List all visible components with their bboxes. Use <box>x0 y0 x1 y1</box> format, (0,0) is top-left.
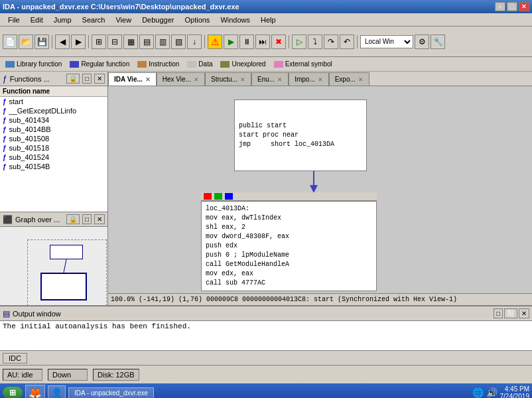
taskbar-photo[interactable]: 👤 <box>48 385 66 398</box>
tab-structures[interactable]: Structu... ✕ <box>205 72 251 86</box>
graph-float-button[interactable]: □ <box>82 214 92 224</box>
maximize-button[interactable]: □ <box>507 2 517 11</box>
func-icon-start: ƒ <box>3 98 7 105</box>
mode-status: Down <box>48 369 88 381</box>
step-out[interactable]: ↶ <box>340 34 354 49</box>
tab-imports-close[interactable]: ✕ <box>318 76 323 83</box>
tab-hex-view[interactable]: Hex Vie... ✕ <box>157 72 205 86</box>
step-button[interactable]: ⏭ <box>255 34 270 49</box>
taskbar-network-icon[interactable]: 🌐 <box>472 387 484 398</box>
func-item-sub40154B[interactable]: ƒ sub_40154B <box>0 162 107 171</box>
functions-lock-button[interactable]: 🔒 <box>66 74 80 84</box>
taskbar-firefox[interactable]: 🦊 <box>25 385 45 399</box>
back-button[interactable]: ◀ <box>55 34 70 49</box>
taskbar-volume-icon[interactable]: 🔊 <box>486 387 498 398</box>
toolbar-btn6[interactable]: ▤ <box>139 34 154 49</box>
functions-column-header: Function name <box>0 86 107 97</box>
functions-float-button[interactable]: □ <box>82 74 92 84</box>
local-win-combo[interactable]: Local Win <box>360 35 413 48</box>
loc-call-sub: call sub 4777AC <box>206 279 372 288</box>
toolbar-btn7[interactable]: ▥ <box>155 34 170 49</box>
loc-call-getmodule: call GetModuleHandleA <box>206 260 372 269</box>
title-text: IDA - unpacked_dxvr.exe C:\Users\win7\De… <box>3 3 239 11</box>
func-item-getexcept[interactable]: ƒ __GetExceptDLLinfo <box>0 106 107 115</box>
tab-ida-view-close[interactable]: ✕ <box>145 76 151 83</box>
legend-unexplored: Unexplored <box>220 60 265 68</box>
output-icon: ▤ <box>3 309 10 318</box>
tab-ida-view-label: IDA Vie... <box>114 76 143 83</box>
tab-ida-view[interactable]: IDA Vie... ✕ <box>108 72 157 86</box>
menu-debugger[interactable]: Debugger <box>137 15 179 25</box>
taskbar-ida-label: IDA - unpacked_dxvr.exe <box>74 389 148 397</box>
tab-structures-close[interactable]: ✕ <box>240 76 245 83</box>
tab-enums-close[interactable]: ✕ <box>277 76 283 83</box>
legend-external: External symbol <box>274 60 332 68</box>
open-button[interactable]: 📂 <box>19 34 33 49</box>
forward-button[interactable]: ▶ <box>71 34 86 49</box>
func-item-sub401508[interactable]: ƒ sub_401508 <box>0 134 107 143</box>
menu-windows[interactable]: Windows <box>215 15 255 25</box>
graph-close-button[interactable]: ✕ <box>94 214 105 224</box>
legend-regular: Regular function <box>70 60 129 68</box>
functions-list[interactable]: ƒ start ƒ __GetExceptDLLinfo ƒ sub_40143… <box>0 97 107 212</box>
minimize-button[interactable]: − <box>495 2 505 11</box>
stop-button[interactable]: ✖ <box>271 34 286 49</box>
tab-exports[interactable]: Expo... ✕ <box>329 72 369 86</box>
output-max-button[interactable]: ⬜ <box>504 308 517 318</box>
block-color-red <box>204 193 212 200</box>
func-item-sub401524[interactable]: ƒ sub_401524 <box>0 153 107 162</box>
legend-external-label: External symbol <box>285 60 332 68</box>
debug-option[interactable]: 🔧 <box>431 34 445 49</box>
menu-jump[interactable]: Jump <box>48 15 77 25</box>
func-item-sub4014BB[interactable]: ƒ sub_4014BB <box>0 125 107 134</box>
ida-view-graph[interactable]: public start start proc near jmp short l… <box>108 86 532 293</box>
tab-exports-close[interactable]: ✕ <box>358 76 364 83</box>
func-item-start[interactable]: ƒ start <box>0 97 107 106</box>
menu-options[interactable]: Options <box>179 15 215 25</box>
toolbar-btn8[interactable]: ▧ <box>171 34 186 49</box>
step-over[interactable]: ⤵ <box>308 34 322 49</box>
save-button[interactable]: 💾 <box>34 34 49 49</box>
graph-lock-button[interactable]: 🔒 <box>66 214 80 224</box>
legend-regular-label: Regular function <box>81 60 129 68</box>
menu-help[interactable]: Help <box>255 15 281 25</box>
tab-imports[interactable]: Impo... ✕ <box>289 72 329 86</box>
tab-hex-view-close[interactable]: ✕ <box>194 76 199 83</box>
close-button[interactable]: ✕ <box>519 2 529 11</box>
functions-close-button[interactable]: ✕ <box>94 74 105 84</box>
toolbar-btn5[interactable]: ▦ <box>123 34 138 49</box>
settings-button[interactable]: ⚙ <box>415 34 429 49</box>
breakpoint-button[interactable]: ⚠ <box>208 34 222 49</box>
functions-panel-header: ƒ Functions ... 🔒 □ ✕ <box>0 72 107 86</box>
pause-button[interactable]: ⏸ <box>239 34 254 49</box>
tab-enums[interactable]: Enu... ✕ <box>251 72 289 86</box>
output-float-button[interactable]: □ <box>494 308 503 318</box>
menu-edit[interactable]: Edit <box>25 15 48 25</box>
block-color-green <box>214 193 222 200</box>
toolbar-btn4[interactable]: ⊟ <box>107 34 122 49</box>
functions-icon: ƒ <box>3 74 7 84</box>
step-into[interactable]: ↷ <box>324 34 338 49</box>
taskbar-ida-item[interactable]: IDA - unpacked_dxvr.exe <box>68 387 154 399</box>
menu-view[interactable]: View <box>110 15 137 25</box>
output-close-button[interactable]: ✕ <box>519 308 529 318</box>
toolbar-btn3[interactable]: ⊞ <box>92 34 106 49</box>
start-button[interactable]: ⊞ <box>3 387 23 398</box>
new-button[interactable]: 📄 <box>3 34 17 49</box>
start-icon: ⊞ <box>9 388 16 397</box>
func-item-sub401434[interactable]: ƒ sub_401434 <box>0 115 107 125</box>
output-panel: ▤ Output window □ ⬜ ✕ The initial autoan… <box>0 305 532 365</box>
output-idc-bar: IDC <box>0 350 532 365</box>
menu-search[interactable]: Search <box>77 15 111 25</box>
menu-file[interactable]: File <box>3 15 25 25</box>
toolbar-btn9[interactable]: ↓ <box>187 34 202 49</box>
idc-button[interactable]: IDC <box>3 353 27 364</box>
graph-minimap-area[interactable] <box>0 227 107 305</box>
code-block-start-content: public start start proc near jmp short l… <box>239 121 362 149</box>
run-to-cursor[interactable]: ▷ <box>292 34 306 49</box>
func-item-sub401518[interactable]: ƒ sub_401518 <box>0 143 107 153</box>
run-button[interactable]: ▶ <box>224 34 238 49</box>
legend-unexplored-label: Unexplored <box>232 60 265 68</box>
legend-library: Library function <box>5 60 62 68</box>
au-status: AU: idle <box>3 369 42 381</box>
